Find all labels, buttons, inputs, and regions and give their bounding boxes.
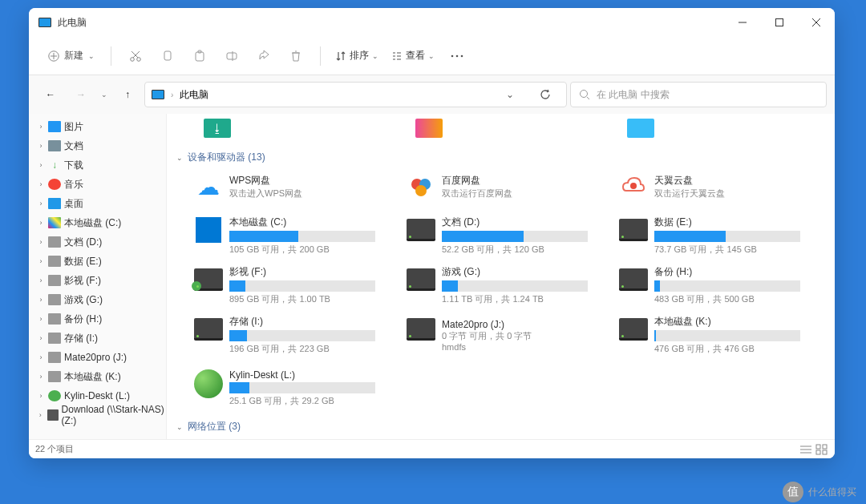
item-subtitle: 73.7 GB 可用，共 145 GB [654, 244, 819, 256]
folder-tile[interactable] [627, 119, 654, 138]
copy-button[interactable] [153, 42, 182, 71]
forward-button[interactable]: → [67, 81, 95, 108]
sidebar-item[interactable]: ›文档 (D:) [29, 232, 166, 252]
chevron-down-icon: ⌄ [372, 52, 378, 60]
rename-button[interactable] [217, 42, 246, 71]
tiles-view-button[interactable] [815, 444, 828, 455]
item-icon [48, 371, 61, 382]
view-button[interactable]: 查看 ⌄ [386, 46, 439, 66]
svg-rect-38 [816, 450, 820, 454]
sidebar-item[interactable]: ›影视 (F:) [29, 271, 166, 290]
item-icon [48, 256, 61, 267]
svg-rect-1 [776, 19, 783, 26]
item-icon [48, 294, 61, 305]
sidebar-item[interactable]: ›图片 [29, 117, 166, 136]
item-subtitle: 105 GB 可用，共 200 GB [229, 244, 394, 256]
share-button[interactable] [249, 42, 278, 71]
item-subtitle: 双击进入WPS网盘 [229, 187, 394, 200]
network-item[interactable]: Download (\\Stark-NAS) (Z:)57.5 GB 可用，共 … [616, 438, 822, 439]
cloud-drive-item[interactable]: ☁WPS网盘双击进入WPS网盘 [191, 169, 397, 204]
sidebar-item[interactable]: ›数据 (E:) [29, 252, 166, 271]
chevron-right-icon: › [37, 276, 45, 284]
item-subtitle: 双击运行天翼云盘 [654, 187, 819, 200]
back-button[interactable]: ← [37, 81, 64, 108]
cloud-icon: ☁ [194, 172, 223, 201]
section-devices[interactable]: ⌄ 设备和驱动器 (13) [176, 147, 825, 167]
search-box[interactable]: 在 此电脑 中搜索 [570, 82, 827, 107]
more-button[interactable] [443, 42, 471, 71]
item-subtitle: 895 GB 可用，共 1.00 TB [229, 293, 394, 305]
svg-line-26 [587, 97, 589, 99]
sidebar-item[interactable]: ›Kylin-Deskt (L:) [29, 386, 166, 405]
sidebar-item[interactable]: ›Download (\\Stark-NAS) (Z:) [29, 405, 166, 425]
breadcrumb[interactable]: 此电脑 [180, 88, 208, 102]
drive-item[interactable]: 备份 (H:)483 GB 可用，共 500 GB [616, 262, 822, 308]
drive-item[interactable]: 游戏 (G:)1.11 TB 可用，共 1.24 TB [403, 262, 609, 308]
sidebar-item[interactable]: ›本地磁盘 (K:) [29, 367, 166, 386]
nav-tree[interactable]: ›图片›文档›↓下载›音乐›桌面›本地磁盘 (C:)›文档 (D:)›数据 (E… [29, 114, 167, 439]
address-bar[interactable]: › 此电脑 ⌄ [144, 82, 567, 107]
new-button[interactable]: 新建 ⌄ [42, 46, 101, 66]
svg-point-30 [630, 183, 637, 189]
copy-icon [161, 50, 174, 62]
network-item[interactable]: SynologyStark-NAS [191, 438, 397, 439]
sidebar-item[interactable]: ›桌面 [29, 194, 166, 213]
network-item[interactable]: yaoheng0424@hotmail.com(stark-c) [403, 438, 609, 439]
refresh-button[interactable] [531, 89, 560, 100]
drive-icon [619, 216, 648, 244]
chevron-right-icon: › [37, 353, 45, 361]
folder-tile[interactable]: ⭳ [204, 119, 231, 138]
sidebar-item[interactable]: ›↓下载 [29, 155, 166, 175]
cloud-drive-item[interactable]: 天翼云盘双击运行天翼云盘 [616, 169, 822, 204]
svg-rect-39 [823, 450, 827, 454]
details-view-button[interactable] [799, 444, 812, 455]
trash-icon [289, 50, 302, 62]
history-dropdown[interactable]: ⌄ [98, 81, 111, 108]
cloud-icon [407, 172, 435, 201]
scissors-icon [129, 50, 142, 62]
sidebar-item[interactable]: ›存储 (I:) [29, 329, 166, 348]
sidebar-item[interactable]: ›本地磁盘 (C:) [29, 213, 166, 232]
svg-line-10 [132, 51, 138, 58]
chevron-right-icon: › [37, 411, 44, 419]
chevron-right-icon: › [37, 315, 45, 323]
drive-item[interactable]: Mate20pro (J:)0 字节 可用，共 0 字节hmdfs [403, 312, 609, 358]
address-dropdown[interactable]: ⌄ [496, 89, 524, 100]
drive-item[interactable]: 本地磁盘 (C:)105 GB 可用，共 200 GB [191, 212, 397, 259]
sidebar-item-label: 影视 (F:) [64, 274, 101, 288]
section-network[interactable]: ⌄ 网络位置 (3) [176, 417, 825, 437]
folder-tile[interactable] [415, 119, 443, 138]
sort-button[interactable]: 排序 ⌄ [330, 46, 383, 66]
item-subtitle: 双击运行百度网盘 [442, 187, 606, 200]
sidebar-item[interactable]: ›音乐 [29, 175, 166, 194]
sidebar-item[interactable]: ›Mate20pro (J:) [29, 348, 166, 367]
sidebar-item[interactable]: ›文档 [29, 136, 166, 155]
cloud-drive-item[interactable]: 百度网盘双击运行百度网盘 [403, 169, 609, 204]
item-icon [48, 313, 61, 325]
sidebar-item-label: 文档 [64, 139, 83, 153]
title-bar: 此电脑 [29, 8, 835, 37]
minimize-button[interactable] [724, 8, 761, 37]
drive-item-kylin[interactable]: Kylin-Deskt (L:)25.1 GB 可用，共 29.2 GB [191, 366, 397, 410]
item-subtitle: 25.1 GB 可用，共 29.2 GB [229, 395, 394, 407]
drive-item[interactable]: 存储 (I:)196 GB 可用，共 223 GB [191, 312, 397, 358]
drive-item[interactable]: 本地磁盘 (K:)476 GB 可用，共 476 GB [616, 312, 822, 358]
content-pane[interactable]: ⭳ ⌄ 设备和驱动器 (13) ☁WPS网盘双击进入WPS网盘百度网盘双击运行百… [167, 114, 835, 439]
delete-button[interactable] [281, 42, 310, 71]
paste-button[interactable] [185, 42, 214, 71]
cut-button[interactable] [121, 42, 150, 71]
close-button[interactable] [798, 8, 835, 37]
drive-item[interactable]: 文档 (D:)52.2 GB 可用，共 120 GB [403, 212, 609, 259]
drive-item[interactable]: 影视 (F:)895 GB 可用，共 1.00 TB [191, 262, 397, 308]
drive-item[interactable]: 数据 (E:)73.7 GB 可用，共 145 GB [616, 212, 822, 259]
item-title: 本地磁盘 (C:) [229, 216, 394, 229]
sidebar-item-label: 数据 (E:) [64, 255, 102, 268]
chevron-right-icon: › [171, 91, 173, 99]
sidebar-item[interactable]: ›备份 (H:) [29, 309, 166, 329]
up-button[interactable]: ↑ [114, 81, 141, 108]
search-icon [579, 89, 590, 100]
maximize-button[interactable] [761, 8, 798, 37]
item-subtitle: 476 GB 可用，共 476 GB [654, 343, 819, 355]
chevron-right-icon: › [37, 200, 45, 208]
sidebar-item[interactable]: ›游戏 (G:) [29, 290, 166, 309]
